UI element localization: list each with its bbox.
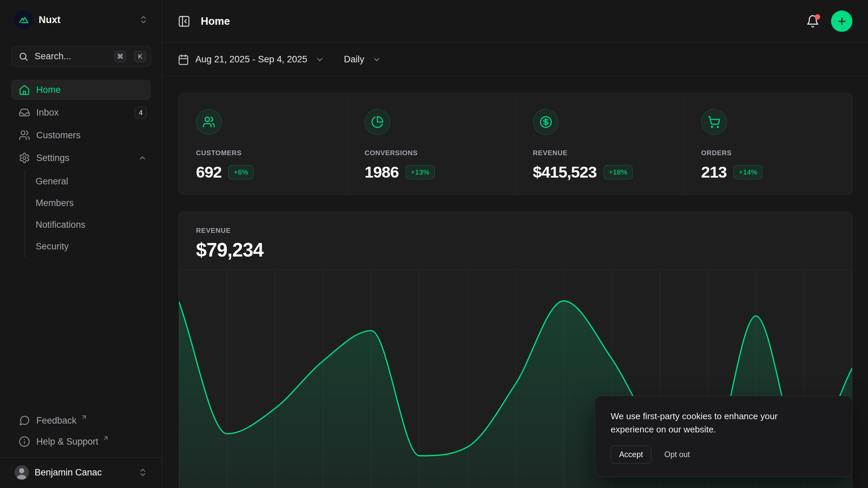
sidebar-collapse-button[interactable] <box>178 15 191 28</box>
chevron-up-down-icon <box>139 15 148 24</box>
settings-subnav: General Members Notifications Security <box>25 170 151 257</box>
date-range-picker[interactable]: Aug 21, 2025 - Sep 4, 2025 <box>178 54 324 65</box>
filters-bar: Aug 21, 2025 - Sep 4, 2025 Daily <box>162 43 868 77</box>
help-support-link[interactable]: Help & Support <box>11 433 151 450</box>
cookie-banner: We use first-party cookies to enhance yo… <box>595 396 852 477</box>
stat-delta-badge: +13% <box>406 165 435 179</box>
search-input[interactable]: Search... ⌘ K <box>11 46 151 67</box>
users-icon <box>196 109 222 135</box>
sidebar-item-settings[interactable]: Settings <box>11 148 151 168</box>
page-title: Home <box>201 15 230 27</box>
topbar-actions <box>806 11 852 32</box>
search-placeholder: Search... <box>35 51 108 62</box>
cart-icon <box>701 109 727 135</box>
inbox-count-badge: 4 <box>135 107 147 119</box>
stat-value: 1986 <box>364 163 399 181</box>
sidebar-item-customers[interactable]: Customers <box>11 125 151 145</box>
notification-dot <box>815 14 820 20</box>
user-section: Benjamin Canac <box>0 457 162 488</box>
plus-icon <box>836 16 847 27</box>
stat-label: CUSTOMERS <box>196 149 334 157</box>
stat-label: CONVERSIONS <box>364 149 502 157</box>
chevron-up-icon <box>138 154 147 162</box>
pie-chart-icon <box>364 109 390 135</box>
interval-label: Daily <box>344 54 364 65</box>
workspace-switcher[interactable]: Nuxt <box>11 9 151 30</box>
chat-bubble-icon <box>19 415 30 426</box>
external-link-icon <box>102 435 109 442</box>
user-menu[interactable]: Benjamin Canac <box>15 465 147 480</box>
opt-out-button[interactable]: Opt out <box>664 450 690 459</box>
panel-left-close-icon <box>178 15 191 28</box>
stat-delta-badge: +18% <box>604 165 633 179</box>
calendar-icon <box>178 54 189 65</box>
feedback-link[interactable]: Feedback <box>11 412 151 429</box>
stat-label: ORDERS <box>701 149 839 157</box>
sidebar-nav: Home Inbox 4 Customers Settings Ge <box>11 80 151 257</box>
user-name: Benjamin Canac <box>35 467 132 478</box>
info-icon <box>19 436 30 447</box>
avatar <box>15 465 29 480</box>
sidebar-item-inbox[interactable]: Inbox 4 <box>11 102 151 123</box>
stat-delta-badge: +6% <box>228 165 254 179</box>
stat-value: 692 <box>196 163 221 181</box>
stat-label: REVENUE <box>533 149 670 157</box>
chevron-down-icon <box>372 55 381 64</box>
notifications-button[interactable] <box>806 15 820 28</box>
sidebar-item-members[interactable]: Members <box>36 192 151 214</box>
cookie-message: We use first-party cookies to enhance yo… <box>611 410 809 436</box>
stat-customers: CUSTOMERS 692 +6% <box>179 93 347 195</box>
dollar-circle-icon <box>533 109 559 135</box>
search-icon <box>18 52 28 62</box>
add-button[interactable] <box>831 11 852 32</box>
revenue-label: REVENUE <box>196 227 835 235</box>
sidebar-item-general[interactable]: General <box>36 170 151 192</box>
brand-name: Nuxt <box>39 14 133 25</box>
date-range-label: Aug 21, 2025 - Sep 4, 2025 <box>195 54 307 65</box>
kbd-k: K <box>134 51 146 62</box>
sidebar-spacer <box>11 257 151 412</box>
stat-orders: ORDERS 213 +14% <box>684 93 852 195</box>
sidebar-item-notifications[interactable]: Notifications <box>36 214 151 236</box>
kbd-cmd: ⌘ <box>114 51 126 62</box>
sidebar-item-home[interactable]: Home <box>11 80 151 100</box>
sidebar-footer: Feedback Help & Support <box>11 412 151 457</box>
stat-revenue: REVENUE $415,523 +18% <box>516 93 684 195</box>
stat-value: 213 <box>701 163 727 181</box>
chevron-down-icon <box>315 55 324 64</box>
stat-value: $415,523 <box>533 163 597 181</box>
sidebar: Nuxt Search... ⌘ K Home Inbox 4 <box>0 0 162 488</box>
sidebar-item-security[interactable]: Security <box>36 236 151 257</box>
cookie-actions: Accept Opt out <box>611 446 836 464</box>
chevron-up-down-icon <box>138 468 147 477</box>
stats-card: CUSTOMERS 692 +6% CONVERSIONS 1986 +13% <box>179 93 852 195</box>
revenue-card-header: REVENUE $79,234 <box>179 212 852 270</box>
stat-delta-badge: +14% <box>733 165 763 179</box>
home-icon <box>19 84 30 96</box>
nuxt-logo-icon <box>14 10 33 29</box>
interval-select[interactable]: Daily <box>344 54 381 65</box>
accept-button[interactable]: Accept <box>611 446 651 464</box>
external-link-icon <box>81 414 87 421</box>
gear-icon <box>19 152 30 164</box>
topbar: Home <box>162 0 868 43</box>
stat-conversions: CONVERSIONS 1986 +13% <box>347 93 515 195</box>
revenue-value: $79,234 <box>196 239 835 261</box>
users-icon <box>19 129 30 141</box>
inbox-icon <box>19 107 30 118</box>
